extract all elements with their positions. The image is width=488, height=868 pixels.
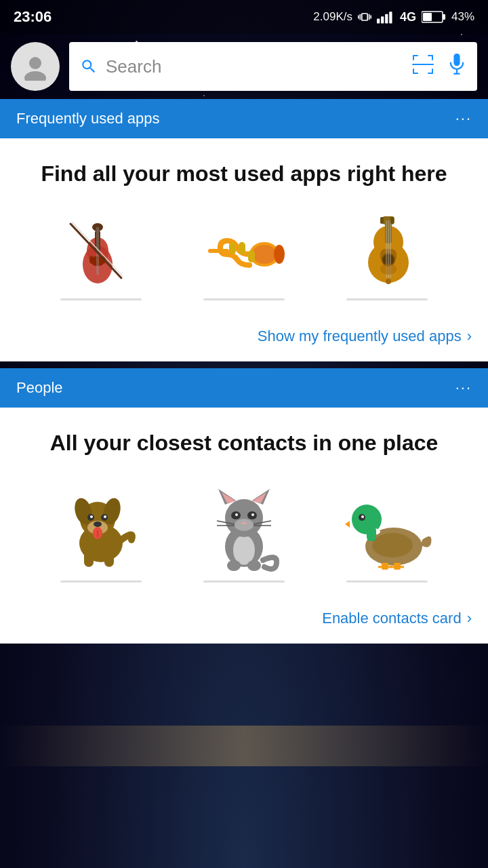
search-area: Search — [0, 34, 488, 99]
guitar-item — [340, 210, 434, 300]
dog-item — [50, 479, 152, 583]
svg-rect-6 — [423, 13, 432, 21]
enable-contacts-chevron: › — [467, 610, 472, 627]
svg-rect-1 — [381, 16, 384, 23]
frequently-used-apps-section: Frequently used apps ··· Find all your m… — [0, 99, 488, 361]
instruments-row — [16, 210, 472, 300]
search-box[interactable]: Search — [69, 42, 477, 91]
svg-point-79 — [251, 513, 254, 516]
svg-rect-65 — [84, 550, 94, 567]
svg-point-78 — [235, 513, 238, 516]
show-apps-link-text: Show my frequently used apps — [258, 328, 462, 345]
duck-icon — [336, 479, 438, 574]
people-section-title: People — [16, 379, 63, 397]
svg-point-7 — [29, 57, 41, 69]
dog-icon — [50, 479, 152, 574]
frequently-used-apps-headline: Find all your most used apps right here — [16, 160, 472, 189]
svg-point-61 — [90, 515, 93, 518]
svg-marker-90 — [345, 521, 350, 528]
svg-point-28 — [89, 256, 94, 264]
guitar-line — [346, 298, 428, 300]
scan-icon[interactable] — [412, 54, 434, 79]
network-speed: 2.09K/s — [313, 10, 352, 24]
svg-rect-36 — [239, 242, 245, 254]
svg-point-51 — [386, 279, 391, 284]
duck-item — [336, 479, 438, 583]
animals-row — [16, 479, 472, 583]
battery-percent: 43% — [451, 10, 474, 24]
svg-point-92 — [361, 515, 364, 518]
show-frequently-used-apps-link[interactable]: Show my frequently used apps › — [16, 322, 472, 345]
svg-point-34 — [274, 245, 285, 264]
people-section-headline: All your closest contacts in one place — [16, 429, 472, 458]
svg-point-84 — [227, 560, 241, 571]
network-type: 4G — [400, 10, 416, 24]
frequently-used-apps-menu[interactable]: ··· — [455, 110, 472, 127]
status-time: 23:06 — [14, 8, 52, 26]
search-placeholder[interactable]: Search — [106, 56, 404, 77]
search-icon — [80, 58, 98, 75]
svg-point-33 — [252, 245, 277, 264]
duck-line — [346, 580, 428, 583]
bridge-glow — [0, 726, 488, 766]
svg-rect-14 — [413, 73, 418, 74]
svg-point-52 — [380, 264, 396, 275]
people-section-header: People ··· — [0, 368, 488, 408]
svg-rect-37 — [248, 250, 255, 262]
svg-point-74 — [235, 519, 253, 531]
svg-point-58 — [94, 521, 102, 527]
user-icon — [21, 52, 49, 81]
enable-contacts-card-link[interactable]: Enable contacts card › — [16, 604, 472, 627]
battery-icon — [422, 10, 446, 24]
frequently-used-apps-title: Frequently used apps — [16, 110, 160, 127]
trumpet-icon — [197, 210, 291, 292]
svg-rect-16 — [428, 73, 433, 74]
guitar-icon — [340, 210, 434, 292]
frequently-used-apps-header: Frequently used apps ··· — [0, 99, 488, 138]
frequently-used-apps-body: Find all your most used apps right here — [0, 138, 488, 361]
svg-point-87 — [372, 533, 413, 557]
svg-rect-17 — [412, 64, 434, 65]
people-section-menu[interactable]: ··· — [455, 379, 472, 397]
svg-rect-49 — [380, 217, 384, 224]
trumpet-item — [197, 210, 291, 300]
dog-line — [60, 580, 142, 583]
svg-point-68 — [233, 535, 255, 565]
cat-icon — [193, 479, 295, 574]
show-apps-chevron: › — [467, 328, 472, 345]
svg-point-8 — [24, 71, 46, 81]
svg-rect-5 — [443, 14, 445, 20]
people-section-body: All your closest contacts in one place — [0, 408, 488, 644]
violin-item — [54, 210, 148, 300]
violin-line — [60, 298, 142, 300]
svg-rect-3 — [389, 12, 392, 23]
svg-rect-2 — [385, 14, 388, 24]
status-right-icons: 2.09K/s 4G 43% — [313, 10, 474, 24]
svg-rect-12 — [432, 55, 433, 60]
svg-rect-18 — [453, 54, 460, 66]
avatar-button[interactable] — [11, 42, 60, 91]
svg-rect-93 — [367, 526, 376, 541]
trumpet-line — [203, 298, 285, 300]
signal-icon — [377, 10, 394, 24]
enable-contacts-link-text: Enable contacts card — [322, 610, 461, 627]
svg-point-69 — [225, 499, 263, 537]
svg-rect-66 — [104, 550, 114, 567]
cat-line — [203, 580, 285, 583]
cat-item — [193, 479, 295, 583]
people-section: People ··· All your closest contacts in … — [0, 368, 488, 644]
svg-point-25 — [92, 223, 103, 231]
svg-rect-0 — [377, 19, 380, 24]
svg-point-62 — [104, 515, 106, 518]
mic-icon[interactable] — [447, 54, 466, 80]
svg-point-85 — [247, 560, 261, 571]
svg-rect-50 — [390, 217, 394, 224]
svg-rect-35 — [229, 242, 236, 254]
violin-icon — [54, 210, 148, 292]
vibrate-icon — [358, 10, 371, 24]
svg-rect-10 — [413, 55, 414, 60]
status-bar: 23:06 2.09K/s 4G 43% — [0, 0, 488, 34]
